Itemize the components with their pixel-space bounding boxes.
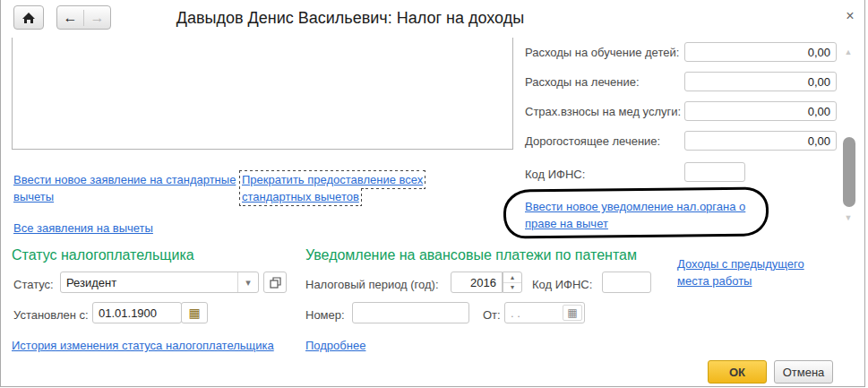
- home-icon: [21, 12, 36, 24]
- previous-income-link[interactable]: Доходы с предыдущего места работы: [677, 255, 821, 289]
- forward-button[interactable]: →: [84, 10, 110, 26]
- back-button[interactable]: ←: [57, 10, 84, 26]
- status-label: Статус:: [13, 278, 54, 291]
- field-label-treatment: Расходы на лечение:: [525, 75, 640, 89]
- field-label-med-insurance: Страх.взносы на мед услуги:: [525, 105, 681, 118]
- scroll-down-icon: ▼: [845, 213, 853, 222]
- status-dropdown-button[interactable]: ▾: [237, 272, 258, 292]
- scroll-up-button[interactable]: ▲: [840, 47, 856, 56]
- stop-all-deductions-link[interactable]: Прекратить предоставление всех стандартн…: [242, 171, 457, 205]
- scrollbar-thumb[interactable]: [843, 137, 855, 207]
- scroll-down-button[interactable]: ▼: [840, 213, 856, 222]
- calendar-icon: ▦: [567, 307, 577, 318]
- spinner-up-icon: ▴: [511, 273, 514, 281]
- status-open-button[interactable]: [263, 272, 287, 293]
- back-arrow-icon: ←: [64, 10, 78, 26]
- ifns-code-field[interactable]: [684, 162, 745, 182]
- spinner-down-button[interactable]: ▾: [503, 283, 521, 293]
- education-expenses-field[interactable]: 0,00: [684, 42, 837, 62]
- patent-ifns-label: Код ИФНС:: [532, 278, 592, 291]
- notice-date-label: От:: [483, 308, 501, 322]
- status-history-link[interactable]: История изменения статуса налогоплательщ…: [12, 337, 274, 354]
- patent-section-header: Уведомление на авансовые платежи по пате…: [305, 247, 637, 263]
- status-date-calendar-button[interactable]: ▦: [181, 302, 208, 323]
- scroll-up-icon: ▲: [845, 47, 853, 56]
- home-button[interactable]: [13, 5, 44, 30]
- patent-ifns-field[interactable]: [602, 272, 651, 293]
- income-tax-dialog: ← → Давыдов Денис Васильевич: Налог на д…: [0, 0, 865, 387]
- notice-number-label: Номер:: [305, 308, 345, 322]
- notice-number-field[interactable]: [352, 302, 469, 323]
- tax-period-spinner: ▴ ▾: [503, 272, 522, 293]
- field-label-education: Расходы на обучение детей:: [525, 46, 679, 59]
- calendar-icon: ▦: [188, 306, 200, 319]
- spinner-up-button[interactable]: ▴: [503, 272, 521, 283]
- status-section-header: Статус налогоплательщика: [12, 247, 194, 263]
- expensive-treatment-field[interactable]: 0,00: [684, 131, 837, 151]
- dialog-title: Давыдов Денис Васильевич: Налог на доход…: [108, 9, 592, 28]
- notice-date-field[interactable]: . . ▦: [504, 302, 585, 323]
- treatment-expenses-field[interactable]: 0,00: [684, 72, 837, 91]
- close-icon: ×: [846, 8, 854, 24]
- field-label-expensive-treatment: Дорогостоящее лечение:: [525, 134, 660, 148]
- close-button[interactable]: ×: [841, 7, 859, 25]
- status-combobox[interactable]: Резидент ▾: [60, 272, 259, 293]
- new-tax-notice-link[interactable]: Ввести новое уведомление нал.органа о пр…: [525, 198, 767, 232]
- history-nav-group: ← →: [56, 5, 111, 30]
- set-from-label: Установлен с:: [13, 308, 89, 322]
- status-date-field[interactable]: 01.01.1900: [92, 302, 182, 323]
- ok-button[interactable]: ОК: [708, 360, 767, 384]
- chevron-down-icon: ▾: [245, 277, 251, 289]
- tax-period-label: Налоговый период (год):: [305, 278, 439, 291]
- med-insurance-field[interactable]: 0,00: [684, 101, 837, 121]
- all-deduction-applications-link[interactable]: Все заявления на вычеты: [13, 220, 153, 237]
- notice-date-placeholder: . .: [511, 306, 520, 320]
- field-label-ifns-code: Код ИФНС:: [525, 168, 585, 181]
- status-value: Резидент: [66, 276, 116, 289]
- deductions-list[interactable]: [12, 38, 513, 150]
- tax-period-field[interactable]: 2016: [451, 272, 503, 293]
- cancel-button[interactable]: Отмена: [774, 360, 833, 384]
- patent-details-link[interactable]: Подробнее: [305, 337, 365, 354]
- stop-all-deductions-label: Прекратить предоставление всех стандартн…: [242, 173, 423, 203]
- forward-arrow-icon: →: [90, 10, 105, 26]
- notice-date-calendar-button[interactable]: ▦: [563, 305, 582, 321]
- open-form-icon: [270, 277, 281, 289]
- new-standard-deduction-link[interactable]: Ввести новое заявление на стандартные вы…: [13, 171, 248, 205]
- spinner-down-icon: ▾: [511, 283, 514, 291]
